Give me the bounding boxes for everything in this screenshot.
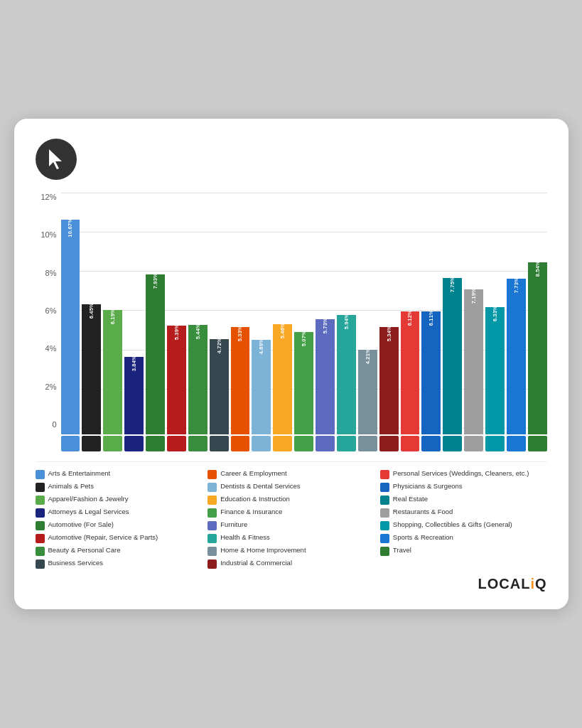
legend-item: Shopping, Collectibles & Gifts (General) [380,520,547,530]
legend-label: Automotive (For Sale) [48,520,114,529]
bar-wrapper: 8.54% [528,193,547,434]
bar: 7.19% [464,289,483,434]
legend-label: Automotive (Repair, Service & Parts) [48,533,158,542]
bar: 5.33% [231,327,250,434]
y-label-8: 8% [45,269,57,277]
bar-value: 5.73% [322,318,328,336]
legend-label: Sports & Recreation [393,533,453,542]
legend-item: Apparel/Fashion & Jewelry [36,495,203,505]
legend-swatch [36,508,45,518]
x-icon [124,436,144,451]
y-label-10: 10% [41,230,56,239]
bar-wrapper: 6.19% [103,193,122,434]
x-icons [61,436,547,451]
legend-item: Home & Home Improvement [208,546,374,556]
chart-inner: 10.67%6.45%6.19%3.84%7.93%5.39%5.44%4.72… [61,193,547,451]
bar-value: 4.72% [216,338,222,355]
legend-item: Travel [380,546,547,556]
bar: 5.39% [167,326,186,434]
bar-value: 4.69% [258,338,264,356]
y-label-4: 4% [45,344,57,353]
legend-item: Real Estate [380,495,547,505]
legend-item: Finance & Insurance [208,508,374,518]
legend-label: Health & Fitness [220,533,270,542]
bar-wrapper: 3.84% [124,193,144,434]
bar: 5.46% [273,324,292,434]
bar-wrapper: 5.46% [273,193,292,434]
bar-wrapper: 5.07% [294,193,313,434]
legend-item: Automotive (Repair, Service & Parts) [36,533,203,543]
bar-wrapper: 5.34% [379,193,399,434]
legend-label: Restaurants & Food [393,508,453,516]
x-icon [507,436,526,451]
bar-wrapper: 6.33% [485,193,505,434]
legend-label: Attorneys & Legal Services [48,508,129,516]
legend-item: Animals & Pets [36,482,203,492]
legend-item: Industrial & Commercial [208,559,374,569]
bar-wrapper: 7.93% [146,193,165,434]
localiq-logo: LOCALiQ [478,576,546,592]
legend-item: Career & Employment [208,469,374,479]
svg-marker-0 [49,149,62,169]
legend-label: Dentists & Dental Services [220,482,300,491]
legend-label: Furniture [220,520,247,529]
bar-value: 6.19% [109,309,116,326]
legend-swatch [208,496,217,505]
legend-swatch [36,483,45,492]
bar-value: 7.19% [470,288,477,306]
bar: 8.54% [528,262,547,434]
y-label-0: 0 [52,420,56,429]
x-icon [337,436,356,451]
bar-value: 6.12% [406,310,413,328]
bar-value: 5.33% [237,326,243,343]
legend-item: Education & Instruction [208,495,374,505]
legend-label: Real Estate [393,495,428,503]
bar: 5.07% [294,332,313,434]
bar: 5.73% [316,319,335,434]
legend-swatch [380,547,389,556]
header [36,139,547,180]
legend-swatch [36,547,45,556]
legend-item: Dentists & Dental Services [208,482,374,492]
bar-wrapper: 5.33% [231,193,250,434]
x-icon [103,436,122,451]
bar-value: 5.46% [279,323,286,341]
bar: 6.19% [103,310,122,434]
x-icon [528,436,547,451]
bar: 4.21% [358,350,377,434]
bar-wrapper: 10.67% [61,193,80,434]
bar: 3.84% [124,357,144,434]
bar-value: 4.21% [365,348,371,366]
legend-swatch [380,483,389,492]
legend-swatch [208,547,217,556]
bar-wrapper: 4.69% [252,193,271,434]
x-icon [252,436,271,451]
y-label-2: 2% [45,382,57,391]
legend-swatch [36,560,45,569]
bars-container: 10.67%6.45%6.19%3.84%7.93%5.39%5.44%4.72… [61,193,547,434]
bar-wrapper: 6.11% [421,193,441,434]
bar-wrapper: 7.19% [464,193,483,434]
legend-label: Finance & Insurance [220,508,282,516]
x-icon [358,436,377,451]
x-icon [443,436,462,451]
bar-wrapper: 6.12% [401,193,420,434]
legend-swatch [208,508,217,518]
bar: 6.11% [421,311,441,434]
bar: 7.93% [146,274,165,434]
legend-swatch [36,534,45,543]
bar: 6.33% [485,307,505,434]
bar: 4.72% [210,339,229,434]
legend-item: Business Services [36,559,203,569]
x-icon [464,436,483,451]
legend-label: Personal Services (Weddings, Cleaners, e… [393,469,529,478]
bar: 5.44% [188,325,208,434]
legend-item: Physicians & Surgeons [380,482,547,492]
bar-value: 5.07% [301,331,307,348]
legend-swatch [380,534,389,543]
legend-label: Home & Home Improvement [220,546,306,555]
chart-area: 12% 10% 8% 6% 4% 2% 0 10.67%6.45%6.19%3.… [36,193,547,451]
legend-swatch [208,470,217,479]
legend-label: Industrial & Commercial [220,559,292,567]
x-icon [401,436,420,451]
